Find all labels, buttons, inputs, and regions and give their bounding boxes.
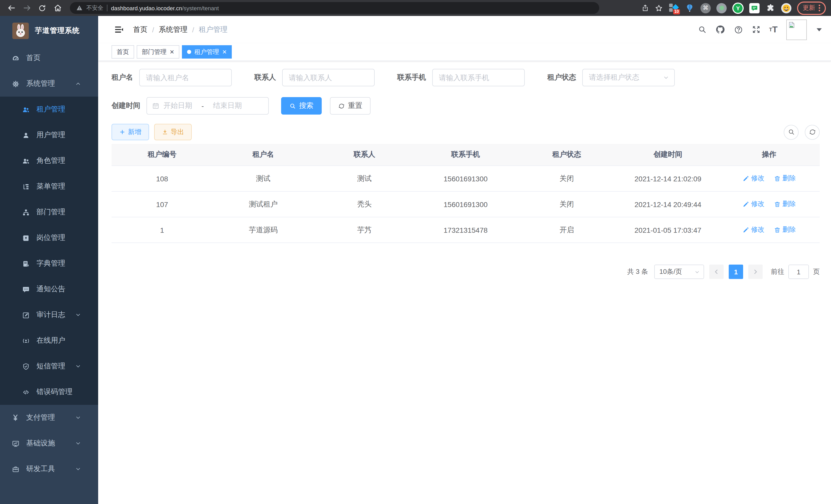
browser-profile-avatar[interactable] bbox=[781, 3, 792, 13]
share-icon[interactable] bbox=[641, 4, 649, 12]
sidebar-item-dev-tools[interactable]: 研发工具 bbox=[0, 456, 98, 482]
date-separator: - bbox=[201, 102, 204, 110]
sidebar-item-label: 菜单管理 bbox=[36, 182, 65, 191]
sidebar-item-online-users[interactable]: 在线用户 bbox=[0, 328, 98, 353]
font-size-icon[interactable]: TT bbox=[769, 25, 778, 34]
status-select-placeholder: 请选择租户状态 bbox=[589, 73, 639, 82]
calendar-icon bbox=[152, 102, 159, 110]
close-icon[interactable]: ✕ bbox=[222, 49, 227, 55]
browser-back-button[interactable] bbox=[5, 2, 18, 14]
sidebar-item-system-management[interactable]: 系统管理 bbox=[0, 71, 98, 97]
sidebar-item-role-management[interactable]: 角色管理 bbox=[0, 148, 98, 174]
browser-reload-button[interactable] bbox=[36, 2, 48, 14]
back-icon bbox=[7, 4, 16, 12]
add-button[interactable]: 新增 bbox=[112, 124, 149, 140]
refresh-table-button[interactable] bbox=[805, 125, 820, 140]
extension-tag-assistant-icon[interactable]: 10 bbox=[668, 3, 679, 13]
sidebar-item-dept-management[interactable]: 部门管理 bbox=[0, 199, 98, 225]
tenant-table: 租户编号租户名联系人联系手机租户状态创建时间操作 108测试测试15601691… bbox=[112, 144, 820, 243]
user-avatar[interactable] bbox=[786, 19, 807, 40]
sidebar-item-infrastructure[interactable]: 基础设施 bbox=[0, 431, 98, 456]
search-button-label: 搜索 bbox=[299, 101, 314, 111]
sidebar-item-audit-log[interactable]: 审计日志 bbox=[0, 302, 98, 328]
end-date-placeholder: 结束日期 bbox=[213, 101, 242, 111]
app-logo[interactable]: 芋道管理系统 bbox=[0, 16, 98, 45]
extension-recorder-icon[interactable] bbox=[716, 3, 727, 13]
tenant-name-input[interactable] bbox=[139, 69, 232, 86]
edit-link[interactable]: 修改 bbox=[742, 174, 765, 183]
sidebar-item-tenant-management[interactable]: 租户管理 bbox=[0, 97, 98, 122]
close-icon[interactable]: ✕ bbox=[170, 49, 174, 55]
sidebar-item-home[interactable]: 首页 bbox=[0, 45, 98, 71]
tab-label: 首页 bbox=[117, 48, 129, 56]
extension-chat-icon[interactable] bbox=[749, 3, 760, 13]
export-button[interactable]: 导出 bbox=[154, 124, 192, 140]
toggle-search-button[interactable] bbox=[784, 125, 799, 140]
sidebar-item-label: 岗位管理 bbox=[36, 233, 65, 242]
extensions-puzzle-icon[interactable] bbox=[765, 3, 775, 13]
contact-input[interactable] bbox=[282, 69, 375, 86]
prev-page-button[interactable] bbox=[709, 265, 724, 279]
page-content: 租户名 联系人 联系手机 租户状态 请选择租户状态 bbox=[98, 61, 831, 279]
sidebar-item-error-code-management[interactable]: 错误码管理 bbox=[0, 379, 98, 405]
delete-link[interactable]: 删除 bbox=[774, 225, 796, 235]
mobile-input[interactable] bbox=[432, 69, 525, 86]
browser-forward-button[interactable] bbox=[21, 2, 33, 14]
edit-link[interactable]: 修改 bbox=[742, 200, 765, 209]
address-bar[interactable]: 不安全 dashboard.yudao.iocoder.cn/system/te… bbox=[70, 2, 599, 14]
cell-name: 芋道源码 bbox=[213, 217, 314, 243]
cell-status: 开启 bbox=[516, 217, 618, 243]
breadcrumb-system[interactable]: 系统管理 bbox=[159, 25, 188, 34]
github-icon[interactable] bbox=[715, 25, 725, 34]
chevron-down-icon bbox=[74, 363, 82, 369]
active-tab-dot bbox=[187, 50, 191, 54]
sidebar-item-label: 通知公告 bbox=[36, 285, 65, 294]
sidebar-collapse-button[interactable] bbox=[114, 25, 124, 34]
help-icon[interactable] bbox=[734, 25, 743, 34]
browser-home-button[interactable] bbox=[51, 2, 64, 14]
extension-balloon-icon[interactable] bbox=[685, 3, 695, 13]
sidebar-item-sms-management[interactable]: 短信管理 bbox=[0, 353, 98, 379]
sidebar-item-post-management[interactable]: 岗位管理 bbox=[0, 225, 98, 251]
post-icon bbox=[22, 234, 30, 242]
sidebar-item-label: 用户管理 bbox=[36, 130, 65, 140]
kebab-menu-icon[interactable] bbox=[819, 5, 820, 11]
create-time-range-picker[interactable]: 开始日期 - 结束日期 bbox=[146, 97, 269, 115]
page-number-1[interactable]: 1 bbox=[729, 265, 743, 279]
sidebar-item-menu-management[interactable]: 菜单管理 bbox=[0, 174, 98, 199]
broken-image-icon bbox=[788, 21, 796, 29]
url-path: /system/tenant bbox=[182, 5, 219, 11]
url-host: dashboard.yudao.iocoder.cn bbox=[111, 5, 182, 11]
next-page-button[interactable] bbox=[748, 265, 763, 279]
sidebar-item-payment-management[interactable]: 支付管理 bbox=[0, 405, 98, 431]
sidebar-item-dict-management[interactable]: 字典管理 bbox=[0, 251, 98, 276]
reset-button[interactable]: 重置 bbox=[330, 97, 371, 115]
fullscreen-icon[interactable] bbox=[752, 25, 760, 34]
edit-icon bbox=[742, 175, 749, 182]
delete-link[interactable]: 删除 bbox=[774, 174, 796, 183]
bookmark-star-icon[interactable] bbox=[655, 4, 663, 12]
search-button[interactable]: 搜索 bbox=[281, 97, 322, 115]
delete-link[interactable]: 删除 bbox=[774, 200, 796, 209]
tab-label: 部门管理 bbox=[142, 48, 167, 56]
update-button[interactable]: 更新 bbox=[797, 1, 826, 14]
hamburger-icon bbox=[114, 25, 124, 34]
monitor-icon bbox=[11, 440, 20, 447]
toolbox-icon bbox=[11, 465, 20, 473]
tab-tenant[interactable]: 租户管理✕ bbox=[182, 45, 232, 59]
breadcrumb-home[interactable]: 首页 bbox=[133, 25, 147, 34]
page-size-select[interactable]: 10条/页 bbox=[654, 265, 704, 279]
table-header-row: 租户编号租户名联系人联系手机租户状态创建时间操作 bbox=[112, 144, 820, 166]
sidebar-item-user-management[interactable]: 用户管理 bbox=[0, 122, 98, 148]
edit-link[interactable]: 修改 bbox=[742, 225, 765, 235]
extension-y-icon[interactable]: Y bbox=[732, 2, 744, 13]
header-search-icon[interactable] bbox=[698, 25, 706, 34]
tab-dept[interactable]: 部门管理✕ bbox=[137, 45, 179, 59]
status-select[interactable]: 请选择租户状态 bbox=[582, 69, 675, 86]
goto-page-input[interactable] bbox=[789, 265, 809, 279]
avatar-dropdown-caret-icon[interactable] bbox=[816, 28, 822, 31]
extension-command-icon[interactable]: ⌘ bbox=[700, 3, 711, 13]
sidebar-item-notice[interactable]: 通知公告 bbox=[0, 276, 98, 302]
cell-contact: 芋艿 bbox=[314, 217, 415, 243]
tab-home[interactable]: 首页 bbox=[112, 45, 134, 59]
